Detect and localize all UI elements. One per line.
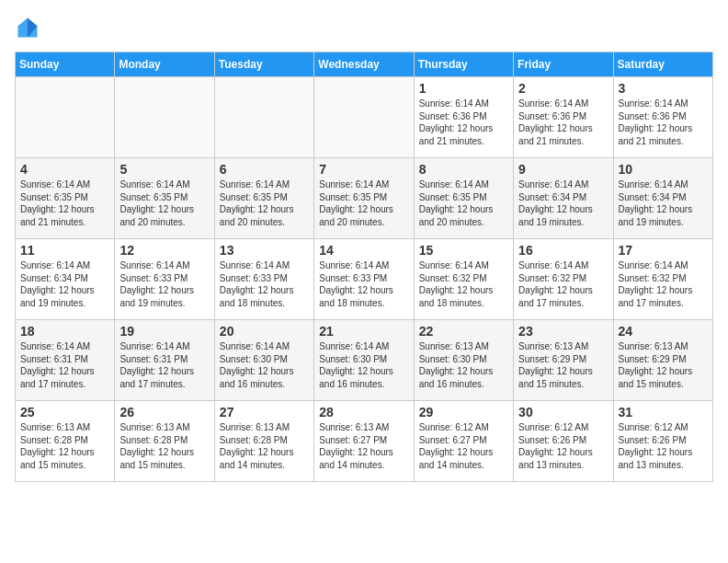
day-info: Sunrise: 6:14 AM Sunset: 6:35 PM Dayligh… [220, 178, 309, 228]
day-number: 2 [518, 81, 608, 96]
page-header [15, 15, 713, 40]
day-number: 11 [20, 243, 109, 258]
day-number: 27 [220, 405, 309, 419]
day-number: 26 [119, 405, 209, 419]
calendar-day: 11Sunrise: 6:14 AM Sunset: 6:34 PM Dayli… [16, 239, 115, 320]
day-number: 12 [119, 243, 209, 258]
day-header-monday: Monday [115, 52, 214, 77]
calendar-day: 21Sunrise: 6:14 AM Sunset: 6:30 PM Dayli… [314, 320, 414, 401]
day-info: Sunrise: 6:14 AM Sunset: 6:33 PM Dayligh… [119, 259, 209, 309]
day-info: Sunrise: 6:12 AM Sunset: 6:26 PM Dayligh… [518, 421, 608, 471]
calendar-day [214, 77, 313, 158]
calendar-day: 1Sunrise: 6:14 AM Sunset: 6:36 PM Daylig… [414, 77, 513, 158]
calendar-day: 17Sunrise: 6:14 AM Sunset: 6:32 PM Dayli… [613, 239, 712, 320]
day-info: Sunrise: 6:14 AM Sunset: 6:31 PM Dayligh… [20, 340, 109, 390]
calendar-day: 23Sunrise: 6:13 AM Sunset: 6:29 PM Dayli… [514, 320, 613, 401]
day-number: 7 [319, 162, 408, 177]
day-info: Sunrise: 6:14 AM Sunset: 6:31 PM Dayligh… [119, 340, 209, 390]
day-info: Sunrise: 6:14 AM Sunset: 6:36 PM Dayligh… [419, 98, 508, 147]
calendar-table: SundayMondayTuesdayWednesdayThursdayFrid… [15, 52, 713, 482]
day-info: Sunrise: 6:14 AM Sunset: 6:30 PM Dayligh… [319, 340, 408, 390]
day-header-wednesday: Wednesday [314, 52, 414, 77]
day-info: Sunrise: 6:14 AM Sunset: 6:34 PM Dayligh… [518, 178, 608, 228]
calendar-week-row: 18Sunrise: 6:14 AM Sunset: 6:31 PM Dayli… [16, 320, 713, 401]
day-number: 14 [319, 243, 408, 258]
calendar-day: 18Sunrise: 6:14 AM Sunset: 6:31 PM Dayli… [16, 320, 115, 401]
calendar-day [115, 77, 214, 158]
calendar-week-row: 4Sunrise: 6:14 AM Sunset: 6:35 PM Daylig… [16, 158, 713, 239]
day-info: Sunrise: 6:13 AM Sunset: 6:29 PM Dayligh… [619, 340, 708, 390]
calendar-header-row: SundayMondayTuesdayWednesdayThursdayFrid… [16, 52, 713, 77]
day-number: 9 [518, 162, 608, 177]
day-info: Sunrise: 6:14 AM Sunset: 6:35 PM Dayligh… [20, 178, 109, 228]
day-number: 31 [619, 405, 708, 419]
calendar-day: 12Sunrise: 6:14 AM Sunset: 6:33 PM Dayli… [115, 239, 214, 320]
calendar-day: 30Sunrise: 6:12 AM Sunset: 6:26 PM Dayli… [514, 401, 613, 482]
day-info: Sunrise: 6:14 AM Sunset: 6:35 PM Dayligh… [419, 178, 508, 228]
calendar-day: 16Sunrise: 6:14 AM Sunset: 6:32 PM Dayli… [514, 239, 613, 320]
logo-icon [15, 15, 40, 40]
calendar-day: 8Sunrise: 6:14 AM Sunset: 6:35 PM Daylig… [414, 158, 513, 239]
day-info: Sunrise: 6:14 AM Sunset: 6:35 PM Dayligh… [319, 178, 408, 228]
calendar-day [16, 77, 115, 158]
calendar-day: 15Sunrise: 6:14 AM Sunset: 6:32 PM Dayli… [414, 239, 513, 320]
logo [15, 15, 44, 40]
calendar-day: 6Sunrise: 6:14 AM Sunset: 6:35 PM Daylig… [214, 158, 313, 239]
day-info: Sunrise: 6:14 AM Sunset: 6:30 PM Dayligh… [220, 340, 309, 390]
day-number: 17 [619, 243, 708, 258]
day-info: Sunrise: 6:14 AM Sunset: 6:36 PM Dayligh… [518, 98, 608, 147]
day-number: 1 [419, 81, 508, 96]
calendar-day: 4Sunrise: 6:14 AM Sunset: 6:35 PM Daylig… [16, 158, 115, 239]
day-number: 28 [319, 405, 408, 419]
day-info: Sunrise: 6:14 AM Sunset: 6:32 PM Dayligh… [419, 259, 508, 309]
day-number: 19 [119, 324, 209, 339]
day-header-saturday: Saturday [613, 52, 712, 77]
day-number: 15 [419, 243, 508, 258]
calendar-day: 28Sunrise: 6:13 AM Sunset: 6:27 PM Dayli… [314, 401, 414, 482]
calendar-day: 22Sunrise: 6:13 AM Sunset: 6:30 PM Dayli… [414, 320, 513, 401]
calendar-day: 29Sunrise: 6:12 AM Sunset: 6:27 PM Dayli… [414, 401, 513, 482]
day-info: Sunrise: 6:14 AM Sunset: 6:35 PM Dayligh… [119, 178, 209, 228]
calendar-day: 20Sunrise: 6:14 AM Sunset: 6:30 PM Dayli… [214, 320, 313, 401]
calendar-day: 25Sunrise: 6:13 AM Sunset: 6:28 PM Dayli… [16, 401, 115, 482]
day-header-tuesday: Tuesday [214, 52, 313, 77]
day-number: 25 [20, 405, 109, 419]
day-number: 20 [220, 324, 309, 339]
day-header-thursday: Thursday [414, 52, 513, 77]
day-info: Sunrise: 6:14 AM Sunset: 6:32 PM Dayligh… [619, 259, 708, 309]
day-number: 23 [518, 324, 608, 339]
calendar-day: 9Sunrise: 6:14 AM Sunset: 6:34 PM Daylig… [514, 158, 613, 239]
day-number: 18 [20, 324, 109, 339]
calendar-day: 31Sunrise: 6:12 AM Sunset: 6:26 PM Dayli… [613, 401, 712, 482]
calendar-day: 7Sunrise: 6:14 AM Sunset: 6:35 PM Daylig… [314, 158, 414, 239]
day-number: 30 [518, 405, 608, 419]
day-info: Sunrise: 6:14 AM Sunset: 6:36 PM Dayligh… [619, 98, 708, 147]
day-number: 8 [419, 162, 508, 177]
calendar-day: 5Sunrise: 6:14 AM Sunset: 6:35 PM Daylig… [115, 158, 214, 239]
day-number: 16 [518, 243, 608, 258]
day-header-friday: Friday [514, 52, 613, 77]
day-info: Sunrise: 6:14 AM Sunset: 6:34 PM Dayligh… [619, 178, 708, 228]
calendar-day: 24Sunrise: 6:13 AM Sunset: 6:29 PM Dayli… [613, 320, 712, 401]
day-number: 24 [619, 324, 708, 339]
calendar-day [314, 77, 414, 158]
calendar-day: 3Sunrise: 6:14 AM Sunset: 6:36 PM Daylig… [613, 77, 712, 158]
day-number: 10 [619, 162, 708, 177]
day-info: Sunrise: 6:13 AM Sunset: 6:28 PM Dayligh… [119, 421, 209, 471]
day-number: 22 [419, 324, 508, 339]
day-number: 29 [419, 405, 508, 419]
day-info: Sunrise: 6:14 AM Sunset: 6:33 PM Dayligh… [319, 259, 408, 309]
day-number: 13 [220, 243, 309, 258]
day-number: 6 [220, 162, 309, 177]
day-info: Sunrise: 6:14 AM Sunset: 6:32 PM Dayligh… [518, 259, 608, 309]
day-number: 3 [619, 81, 708, 96]
day-number: 21 [319, 324, 408, 339]
day-header-sunday: Sunday [16, 52, 115, 77]
day-info: Sunrise: 6:14 AM Sunset: 6:34 PM Dayligh… [20, 259, 109, 309]
day-info: Sunrise: 6:13 AM Sunset: 6:30 PM Dayligh… [419, 340, 508, 390]
day-info: Sunrise: 6:14 AM Sunset: 6:33 PM Dayligh… [220, 259, 309, 309]
day-number: 5 [119, 162, 209, 177]
day-number: 4 [20, 162, 109, 177]
day-info: Sunrise: 6:13 AM Sunset: 6:28 PM Dayligh… [220, 421, 309, 471]
calendar-day: 19Sunrise: 6:14 AM Sunset: 6:31 PM Dayli… [115, 320, 214, 401]
